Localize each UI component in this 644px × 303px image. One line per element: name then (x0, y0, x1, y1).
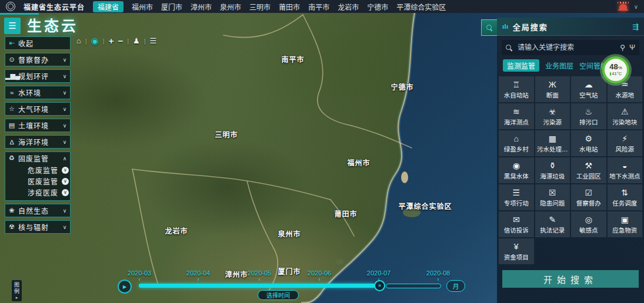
grid-item-label: 工业园区 (576, 171, 601, 180)
grid-item-black-odorous-water[interactable]: ◉黑臭水体 (499, 157, 534, 183)
sidebar-item-nature-ecology[interactable]: ❀ 自然生态 ∨ (5, 204, 71, 217)
sidebar-item-air-env[interactable]: ☆ 大气环境 ∨ (5, 102, 71, 116)
chevron-down-icon[interactable]: ∨ (634, 4, 638, 10)
grid-item-special-action[interactable]: ☰专项行动 (499, 184, 534, 210)
sidebar-item-nuclear-radiation[interactable]: ☢ 核与辐射 ∨ (5, 220, 71, 234)
sidebar-subitem-epidemic-waste[interactable]: 涉疫医废 ∨ (5, 187, 70, 198)
region-tab-putian[interactable]: 莆田市 (279, 2, 300, 12)
grid-item-air-station[interactable]: ☁空气站 (571, 76, 606, 102)
timeline-progress-bar[interactable] (139, 284, 375, 288)
collapse-panel-icon[interactable]: ⇶ (632, 22, 639, 31)
select-time-button[interactable]: 选择时间 (258, 290, 299, 300)
zoom-out-button[interactable]: − (118, 36, 123, 45)
region-tab-nanping[interactable]: 南平市 (308, 2, 329, 12)
grid-item-cross-section[interactable]: Ж断面 (535, 76, 570, 102)
sidebar-item-soil-env[interactable]: ▤ 土壤环境 ∨ (5, 119, 71, 132)
location-pin-icon[interactable]: ⚲ (620, 44, 625, 51)
layers-icon[interactable]: ☰ (150, 37, 157, 45)
pollution-source-icon: ☣ (549, 107, 556, 116)
timeline-tick-label: 2020-05 (248, 270, 271, 277)
grid-item-water-auto-station[interactable]: ♖水自动站 (499, 76, 534, 102)
menu-toggle-button[interactable]: ☰ (4, 18, 21, 34)
sewage-treatment-icon: ▦ (549, 134, 556, 143)
toolbar-divider: | (144, 38, 146, 45)
gauge-percent: 48% (609, 63, 622, 72)
grid-item-green-village[interactable]: ⌂绿盈乡村 (499, 130, 534, 156)
grid-item-groundwater-point[interactable]: ◒地下水测点 (608, 157, 643, 183)
region-tab-fujian[interactable]: 福建省 (93, 1, 124, 12)
tab-monitoring[interactable]: 监测监管 (503, 59, 539, 72)
grid-item-label: 绿盈乡村 (504, 144, 529, 153)
grid-item-sensitive-point[interactable]: ◎敏感点 (571, 211, 606, 237)
region-tab-longyan[interactable]: 龙岩市 (338, 2, 359, 12)
region-tab-fuzhou[interactable]: 福州市 (132, 2, 153, 12)
sidebar-item-supervision[interactable]: ⊙ 督察督办 ∨ (5, 53, 71, 66)
legend-toggle[interactable]: 图例 ▸ (12, 280, 22, 301)
home-icon[interactable]: ⌂ (76, 37, 81, 45)
chevron-up-icon: ∧ (59, 156, 70, 161)
temperature-value: 41°C (612, 72, 622, 76)
recycle-icon: ♻ (5, 154, 18, 162)
microphone-icon[interactable]: Ψ (629, 44, 635, 51)
global-search-tab[interactable] (481, 19, 497, 36)
grid-empty (571, 238, 606, 264)
region-tab-sanming[interactable]: 三明市 (249, 2, 271, 12)
grid-item-risk-source[interactable]: ⚡风险源 (608, 130, 643, 156)
flower-icon: ❀ (5, 207, 18, 214)
region-tab-xiamen[interactable]: 厦门市 (161, 2, 182, 12)
streetview-icon[interactable]: ♟ (133, 37, 140, 45)
region-tab-zhangzhou[interactable]: 漳州市 (191, 2, 212, 12)
grid-item-funding-project[interactable]: ¥资金项目 (499, 238, 534, 264)
air-quality-gauge[interactable]: 48% 41°C (602, 56, 629, 83)
keyword-search-input[interactable] (516, 43, 616, 52)
grid-item-label: 风险源 (616, 144, 635, 153)
grid-item-enforcement-record[interactable]: ✎执法记录 (535, 211, 570, 237)
fast-forward-icon: » (378, 283, 381, 288)
locate-icon[interactable]: ◉ (91, 36, 99, 45)
grid-item-task-dispatch[interactable]: ⇅任务调度 (608, 184, 643, 210)
grid-item-emergency-supplies[interactable]: ▣应急物资 (608, 211, 643, 237)
sidebar-item-planning-eia[interactable]: ▂▆▄ 规划环评 ∨ (5, 69, 71, 83)
grid-item-polluted-plot[interactable]: ⚠污染地块 (608, 103, 643, 129)
grid-item-supervision[interactable]: ☑督察督办 (571, 184, 606, 210)
sidebar-item-marine-env[interactable]: ∆ 海洋环境 ∨ (5, 135, 71, 149)
sidebar-item-water-env[interactable]: ≈ 水环境 ∨ (5, 86, 71, 99)
start-search-button[interactable]: 开始搜索 (502, 270, 639, 288)
grid-item-petition-complaint[interactable]: ✉信访投诉 (499, 211, 534, 237)
tab-business-layers[interactable]: 业务图层 (545, 60, 573, 70)
city-label: 福州市 (347, 157, 370, 167)
timeline-handle[interactable]: » (374, 280, 385, 291)
region-tab-ningde[interactable]: 宁德市 (367, 2, 388, 12)
zoom-in-button[interactable]: + (109, 36, 114, 45)
chevron-down-icon: ∨ (59, 123, 70, 129)
grid-item-label: 敏感点 (579, 225, 598, 234)
toolbar-divider: | (127, 38, 129, 45)
panel-title: 全局搜索 (513, 21, 628, 32)
grid-item-sewage-outfall[interactable]: ♨排污口 (571, 103, 606, 129)
month-unit-button[interactable]: 月 (446, 280, 465, 292)
grid-item-label: 排污口 (579, 117, 598, 126)
chart-icon: ▂▆▄ (5, 72, 18, 80)
timeline-tick (198, 278, 199, 281)
sidebar-collapse-button[interactable]: ⇤ 收起 (5, 36, 71, 50)
grid-item-pollution-source[interactable]: ☣污染源 (535, 103, 570, 129)
region-tab-pingtan[interactable]: 平潭综合实验区 (396, 2, 446, 12)
sidebar-item-label: 大气环境 (18, 104, 59, 114)
play-button[interactable]: ▶ (118, 280, 132, 294)
sidebar-subitem-hazardous-waste[interactable]: 危废监管 ∨ (5, 164, 70, 176)
grid-item-industrial-park[interactable]: ⚒工业园区 (571, 157, 606, 183)
grid-item-hydropower-station[interactable]: ⚙水电站 (571, 130, 606, 156)
sidebar-subitem-medical-waste[interactable]: 医废监管 ∨ (5, 176, 70, 187)
sidebar-item-solid-waste[interactable]: ♻ 固废监管 ∧ (5, 152, 70, 164)
region-tab-quanzhou[interactable]: 泉州市 (220, 2, 241, 12)
grid-item-label: 专项行动 (504, 198, 529, 207)
grid-item-sewage-treatment[interactable]: ▦污水处理… (535, 130, 570, 156)
timeline-track-remaining[interactable] (386, 284, 441, 288)
alarm-icon[interactable] (619, 4, 627, 9)
menu-icon: ☰ (8, 21, 16, 31)
grid-item-hidden-danger[interactable]: ☒隐患问题 (535, 184, 570, 210)
grid-item-ocean-point[interactable]: ≋海洋测点 (499, 103, 534, 129)
grid-item-label: 海洋测点 (504, 117, 529, 126)
search-icon (506, 45, 512, 51)
grid-item-marine-litter[interactable]: ⚱海漂垃圾 (535, 157, 570, 183)
